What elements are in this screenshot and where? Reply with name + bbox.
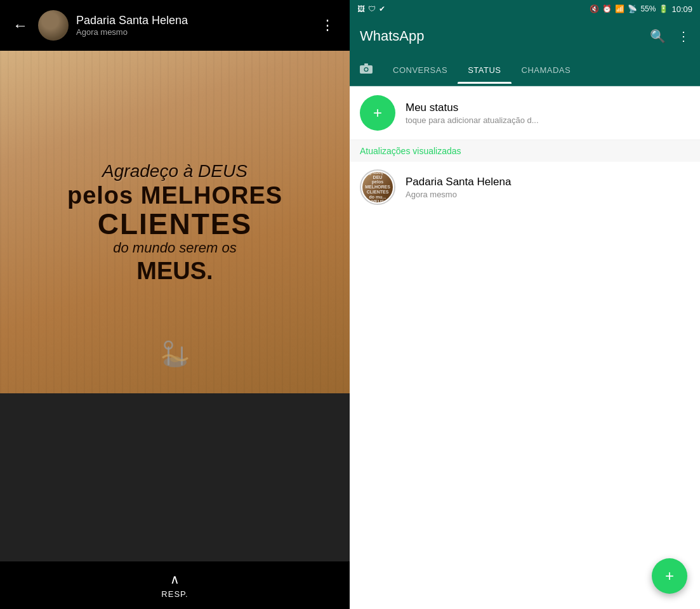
contact-avatar: Agradeço à DEUpelos MELHORESCLIENTESdo m… [362, 172, 393, 202]
status-bar-icons: 🖼 🛡 ✔ [357, 4, 385, 13]
fab-icon: + [665, 567, 674, 585]
contact-avatar-ring: Agradeço à DEUpelos MELHORESCLIENTESdo m… [360, 169, 395, 205]
reply-label[interactable]: RESP. [161, 589, 188, 599]
status-image[interactable]: Agradeço à DEUS pelos MELHORES CLIENTES … [0, 51, 350, 393]
image-icon: 🖼 [357, 4, 365, 13]
chevron-up-icon[interactable]: ∧ [170, 572, 180, 587]
bottom-bar: ∧ RESP. [0, 561, 350, 609]
wifi-icon: 📶 [615, 4, 624, 13]
avatar-image [38, 10, 69, 41]
right-panel: 🖼 🛡 ✔ 🔇 ⏰ 📶 📡 55% 🔋 10:09 WhatsApp 🔍 ⋮ [350, 0, 700, 609]
check-icon: ✔ [379, 4, 385, 13]
contact-status-item[interactable]: Agradeço à DEUpelos MELHORESCLIENTESdo m… [350, 162, 700, 213]
add-status-button[interactable]: + [360, 95, 395, 131]
contact-avatar-header [38, 10, 69, 41]
pin-decoration [150, 334, 201, 374]
my-status-info: Meu status toque para adicionar atualiza… [406, 102, 690, 125]
header-info: Padaria Santa Helena Agora mesmo [76, 14, 308, 37]
svg-rect-8 [364, 63, 368, 65]
status-image-container: Agradeço à DEUS pelos MELHORES CLIENTES … [0, 51, 350, 561]
status-bar: 🖼 🛡 ✔ 🔇 ⏰ 📶 📡 55% 🔋 10:09 [350, 0, 700, 18]
contact-info: Padaria Santa Helena Agora mesmo [406, 176, 690, 199]
contact-time: Agora mesmo [406, 190, 690, 199]
signal-icon: 📡 [628, 4, 637, 13]
battery-icon: 🔋 [659, 4, 668, 13]
whatsapp-header: WhatsApp 🔍 ⋮ [350, 18, 700, 55]
my-status-subtitle: toque para adicionar atualização d... [406, 115, 690, 125]
status-line-5: MEUS. [67, 258, 282, 285]
tab-status[interactable]: STATUS [458, 56, 511, 84]
my-status-title: Meu status [406, 102, 690, 114]
shield-icon: 🛡 [368, 4, 376, 13]
header-actions: 🔍 ⋮ [650, 29, 690, 44]
tabs-bar: CONVERSAS STATUS CHAMADAS [350, 55, 700, 86]
content-area: + Meu status toque para adicionar atuali… [350, 86, 700, 609]
tab-conversas[interactable]: CONVERSAS [383, 56, 458, 84]
add-icon: + [373, 105, 382, 121]
more-options-icon[interactable]: ⋮ [677, 29, 690, 44]
alarm-icon: ⏰ [602, 4, 612, 13]
search-icon[interactable]: 🔍 [650, 29, 666, 44]
fab-add-status-button[interactable]: + [652, 558, 687, 594]
tab-camera[interactable] [350, 55, 383, 86]
contact-time-header: Agora mesmo [76, 27, 308, 37]
svg-point-4 [170, 356, 180, 362]
battery-level: 55% [640, 4, 656, 13]
status-line-4: do mundo serem os [67, 239, 282, 258]
status-text-overlay: Agradeço à DEUS pelos MELHORES CLIENTES … [55, 147, 295, 298]
contact-name-header: Padaria Santa Helena [76, 14, 308, 27]
status-line-2: pelos MELHORES [67, 183, 282, 209]
contact-name: Padaria Santa Helena [406, 176, 690, 188]
tab-chamadas[interactable]: CHAMADAS [512, 56, 581, 84]
right-content-wrapper: + Meu status toque para adicionar atuali… [350, 86, 700, 609]
svg-point-7 [365, 68, 367, 70]
viewed-section-label: Atualizações visualizadas [360, 146, 461, 156]
clock-display: 10:09 [671, 4, 692, 14]
app-title: WhatsApp [360, 28, 425, 44]
status-line-1: Agradeço à DEUS [67, 160, 282, 183]
back-button[interactable]: ← [10, 14, 30, 37]
left-panel: ← Padaria Santa Helena Agora mesmo ⋮ Agr… [0, 0, 350, 609]
status-line-3: CLIENTES [67, 209, 282, 239]
status-bar-right: 🔇 ⏰ 📶 📡 55% 🔋 10:09 [590, 4, 692, 14]
more-options-button[interactable]: ⋮ [315, 15, 340, 36]
svg-rect-3 [181, 346, 183, 365]
left-header: ← Padaria Santa Helena Agora mesmo ⋮ [0, 0, 350, 51]
my-status-section[interactable]: + Meu status toque para adicionar atuali… [350, 86, 700, 140]
viewed-section-header: Atualizações visualizadas [350, 140, 700, 162]
mute-icon: 🔇 [590, 4, 599, 13]
